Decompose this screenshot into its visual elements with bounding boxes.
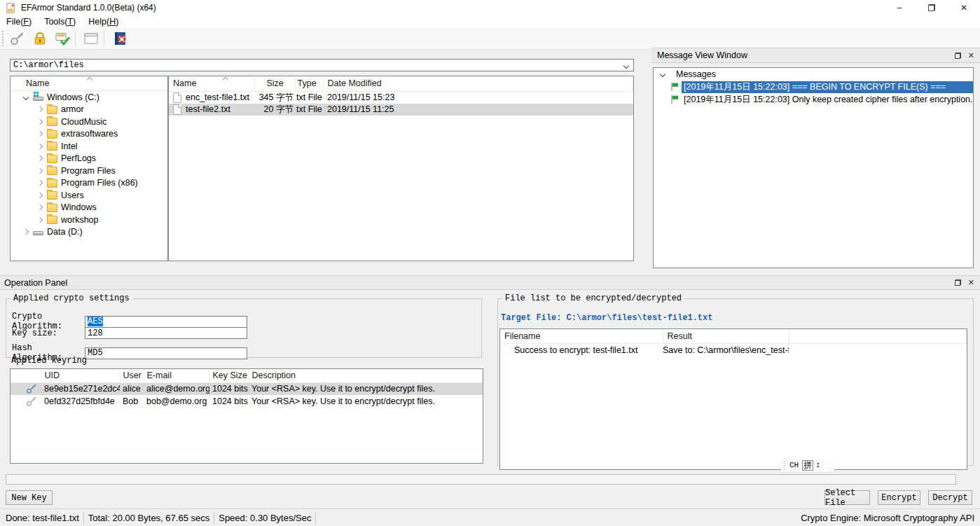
hash-algorithm-field[interactable]: MD5 [85, 347, 247, 359]
collapse-icon[interactable] [37, 119, 43, 125]
ime-drag-handle[interactable] [783, 460, 786, 470]
tree-item-intel[interactable]: Intel [11, 140, 167, 153]
close-dock-button[interactable]: ✕ [968, 279, 974, 286]
column-header-icon[interactable] [11, 369, 41, 382]
column-header-keysize[interactable]: Key Size [209, 369, 249, 382]
status-total: Total: 20.00 Bytes, 67.65 secs [84, 512, 214, 524]
key-size-field[interactable]: 128 [85, 327, 247, 339]
tree-item-program-files-x86[interactable]: Program Files (x86) [11, 177, 167, 190]
app-icon [6, 3, 16, 13]
collapse-icon[interactable] [37, 205, 43, 210]
toolbar-separator [104, 31, 104, 46]
chevron-down-icon[interactable] [623, 63, 629, 69]
new-key-button[interactable]: New Key [6, 490, 53, 505]
collapse-icon[interactable] [37, 144, 43, 149]
column-header-user[interactable]: User [120, 369, 144, 382]
address-combobox[interactable]: C:\armor\files [10, 59, 634, 71]
sort-asc-icon [223, 77, 228, 83]
keyring-table: UID User E-mail Key Size Description 8e9… [10, 368, 483, 464]
message-item[interactable]: [2019年11月15日 15:22:03] === BEGIN TO ENCR… [654, 81, 973, 93]
file-row[interactable]: test-file2.txt 20 字节 txt File 2019/11/15… [169, 104, 633, 116]
tree-item-data-d[interactable]: Data (D:) [11, 226, 167, 239]
tree-item-windows-c[interactable]: Windows (C:) [11, 91, 167, 104]
file-list-panel: Name Size Type Date Modified enc_test-fi… [168, 76, 634, 261]
column-header-description[interactable]: Description [249, 369, 483, 382]
message-list: Messages [2019年11月15日 15:22:03] === BEGI… [653, 67, 974, 268]
message-root-node[interactable]: Messages [654, 68, 973, 81]
menu-tools[interactable]: Tools(T) [38, 15, 82, 28]
ime-options-icon[interactable]: ▴▾ [817, 462, 819, 469]
menu-file[interactable]: File(F) [0, 15, 38, 28]
menu-help[interactable]: Help(H) [82, 15, 125, 28]
collapse-icon[interactable] [37, 168, 43, 174]
column-header-uid[interactable]: UID [41, 369, 120, 382]
encrypt-filelist-group: File list to be encrypted/decrypted Targ… [497, 293, 974, 466]
crypto-algorithm-field[interactable]: AES [85, 316, 247, 328]
window-title: EFArmor Standard 1.0.0(Beta) (x64) [21, 3, 156, 13]
column-header-type[interactable]: Type [295, 76, 323, 91]
decrypt-button[interactable]: Decrypt [928, 490, 972, 505]
expand-icon[interactable] [660, 71, 665, 77]
tree-item-perflogs[interactable]: PerfLogs [11, 153, 167, 165]
message-item[interactable]: [2019年11月15日 15:22:03] Only keep created… [654, 93, 973, 106]
tree-item-users[interactable]: Users [11, 189, 167, 202]
app-window: EFArmor Standard 1.0.0(Beta) (x64) – ✕ F… [0, 0, 980, 526]
tree-header-name[interactable]: Name [11, 76, 167, 91]
toolbar-drag-handle[interactable] [1, 30, 5, 47]
flag-icon [670, 95, 679, 104]
tree-item-program-files[interactable]: Program Files [11, 165, 167, 177]
collapse-icon[interactable] [37, 217, 43, 223]
restore-button[interactable] [916, 0, 948, 15]
keyring-check-icon [54, 30, 71, 47]
column-header-result[interactable]: Result [663, 329, 789, 343]
column-header-name[interactable]: Name [169, 76, 254, 91]
key-icon [9, 30, 26, 47]
lock-tool-button[interactable] [30, 29, 50, 48]
collapse-icon[interactable] [23, 229, 29, 235]
keyring-row[interactable]: 8e9eb15e271e2dc4 alice alice@demo.org 10… [11, 382, 483, 395]
help-tool-button[interactable] [110, 29, 130, 48]
key-tool-button[interactable] [8, 29, 27, 48]
file-row[interactable]: enc_test-file1.txt 345 字节 txt File 2019/… [169, 91, 633, 104]
keyring-check-tool-button[interactable] [53, 29, 72, 48]
minimize-button[interactable]: – [883, 0, 916, 15]
tree-item-extrasoftwares[interactable]: extrasoftwares [11, 128, 167, 141]
ime-language-bar[interactable]: CH 拼 ▴▾ [781, 459, 834, 471]
ime-language-indicator[interactable]: CH [789, 461, 799, 469]
select-file-button[interactable]: Select File [824, 490, 870, 505]
tree-item-windows[interactable]: Windows [11, 202, 167, 214]
collapse-icon[interactable] [37, 131, 43, 137]
folder-icon [47, 130, 57, 139]
drive-d-icon [33, 231, 43, 235]
close-dock-button[interactable]: ✕ [968, 53, 974, 59]
column-header-email[interactable]: E-mail [144, 369, 209, 382]
tree-item-armor[interactable]: armor [11, 104, 167, 116]
float-dock-button[interactable] [955, 53, 961, 59]
column-header-date-modified[interactable]: Date Modified [323, 76, 633, 91]
folder-icon [47, 179, 57, 188]
window-tool-button[interactable] [81, 29, 101, 48]
column-header-size[interactable]: Size [254, 76, 295, 91]
collapse-icon[interactable] [37, 155, 43, 161]
column-header-filename[interactable]: Filename [500, 329, 663, 343]
title-bar: EFArmor Standard 1.0.0(Beta) (x64) – ✕ [0, 0, 980, 15]
lock-icon [32, 30, 48, 47]
ime-mode-indicator[interactable]: 拼 [802, 460, 813, 471]
progress-bar [6, 474, 956, 485]
encrypt-button[interactable]: Encrypt [878, 490, 920, 505]
close-button[interactable]: ✕ [948, 0, 980, 15]
key-icon [26, 396, 37, 407]
sort-asc-icon [87, 77, 92, 83]
collapse-icon[interactable] [37, 193, 43, 198]
result-row[interactable]: Success to encrypt: test-file1.txt Save … [500, 343, 967, 357]
address-value: C:\armor\files [13, 60, 84, 70]
keyring-row[interactable]: 0efd327d25fbfd4e Bob bob@demo.org 1024 b… [11, 395, 483, 408]
tree-item-cloudmusic[interactable]: CloudMusic [11, 116, 167, 128]
file-icon [173, 104, 181, 115]
expand-icon[interactable] [23, 95, 29, 100]
tree-item-workshop[interactable]: workshop [11, 214, 167, 226]
float-dock-button[interactable] [955, 279, 961, 286]
collapse-icon[interactable] [37, 106, 43, 112]
message-dock-header: Message View Window ✕ [651, 48, 980, 63]
collapse-icon[interactable] [37, 180, 43, 186]
